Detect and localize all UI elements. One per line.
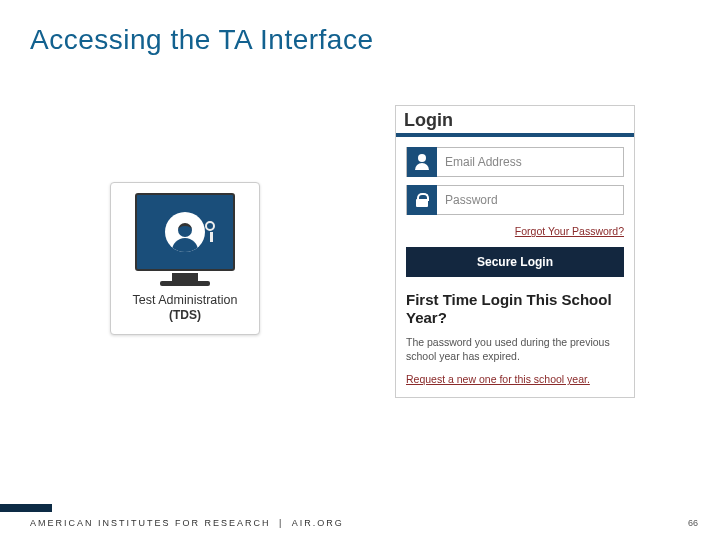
request-row: Request a new one for this school year. [406,373,624,385]
ta-card-label: Test Administration [119,292,251,308]
ta-card-sub: (TDS) [119,308,251,322]
page-number: 66 [688,518,698,528]
forgot-password-link[interactable]: Forgot Your Password? [515,225,624,237]
footer-text: AMERICAN INSTITUTES FOR RESEARCH | AIR.O… [30,518,344,528]
footer-sep: | [275,518,288,528]
person-icon [165,212,205,252]
email-input[interactable] [437,148,623,176]
expired-text: The password you used during the previou… [406,335,624,363]
footer-accent-bar [0,504,52,512]
login-body: Forgot Your Password? Secure Login First… [396,137,634,397]
request-new-password-link[interactable]: Request a new one for this school year. [406,373,590,385]
lock-icon [407,185,437,215]
login-heading: Login [396,106,634,137]
password-input[interactable] [437,186,623,214]
slide-title: Accessing the TA Interface [30,24,373,56]
email-field-wrapper [406,147,624,177]
first-time-heading: First Time Login This School Year? [406,291,624,327]
forgot-password-row: Forgot Your Password? [406,223,624,247]
monitor-icon [135,193,235,271]
ta-card[interactable]: Test Administration (TDS) [110,182,260,335]
key-icon [205,221,215,231]
secure-login-button[interactable]: Secure Login [406,247,624,277]
monitor-stand [172,273,198,281]
footer-site: AIR.ORG [292,518,344,528]
login-panel: Login Forgot Your Password? Secure Login… [395,105,635,398]
footer-org: AMERICAN INSTITUTES FOR RESEARCH [30,518,271,528]
monitor-base [160,281,210,286]
user-icon [407,147,437,177]
password-field-wrapper [406,185,624,215]
